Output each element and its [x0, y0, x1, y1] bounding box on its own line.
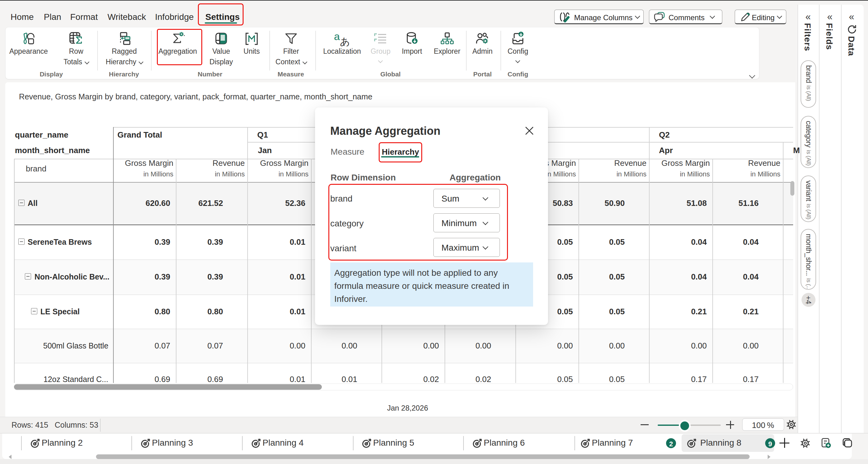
svg-text:あ: あ	[340, 36, 350, 46]
svg-text:a: a	[334, 31, 340, 42]
